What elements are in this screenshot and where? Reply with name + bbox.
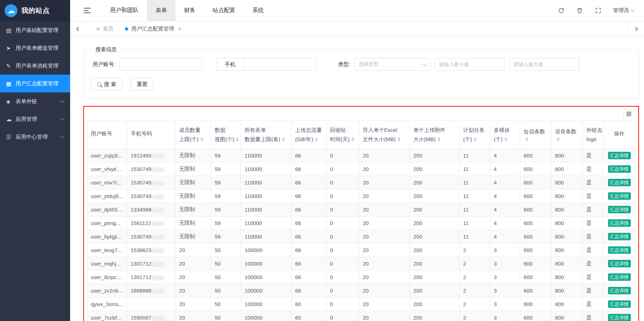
sort-carets-icon[interactable] [282, 137, 285, 141]
hamburger-icon[interactable] [84, 8, 91, 13]
sort-carets-icon[interactable] [315, 137, 318, 141]
sort-caret-up-icon [236, 137, 239, 139]
column-settings-button[interactable] [623, 109, 634, 118]
sidebar-item[interactable]: ☁ 应用管理 [0, 110, 70, 128]
column-header[interactable]: 用户账号 [87, 121, 127, 149]
column-header[interactable]: 语音条数 [551, 121, 583, 149]
reset-button[interactable]: 重置 [131, 78, 153, 91]
sidebar-item[interactable]: ☰ 应用中心管理 [0, 128, 70, 146]
column-header-line1: 单个上传附件 [413, 127, 456, 134]
trash-icon[interactable] [576, 7, 583, 14]
top-nav: 用户和团队 表单 财务 站点配置 系统 [101, 0, 272, 21]
column-header[interactable]: 导入单个Excel 文件大小(MB) [359, 121, 410, 149]
sort-carets-icon[interactable] [351, 137, 354, 141]
column-header[interactable]: 单个上传附件 大小(MB) [410, 121, 460, 149]
sort-carets-icon[interactable] [504, 137, 507, 141]
nav-item[interactable]: 站点配置 [204, 0, 244, 21]
sidebar-item[interactable]: ▦ 用户汇总配置管理 [0, 75, 70, 92]
column-header[interactable]: 多模块 (个) [490, 121, 520, 149]
column-header-line2: (个) [494, 136, 503, 143]
sidebar-item[interactable]: ✎ 用户表单消耗管理 [0, 57, 70, 75]
sidebar-item-label: 表单外链 [16, 98, 59, 105]
cell-excel-mb: 20 [359, 162, 410, 176]
table-row: user_ytduj8... 1530749 无限制 59 110000 66 … [87, 189, 635, 203]
summary-detail-button[interactable]: 汇总详情 [608, 219, 631, 227]
cell-account: user_8izpcv... [87, 271, 127, 284]
tab[interactable]: 首页 [91, 21, 119, 37]
cell-ext-logo: 是 [583, 244, 603, 257]
cell-action: 汇总详情 [603, 203, 635, 216]
sidebar-item-icon: ▦ [6, 80, 16, 87]
column-header[interactable]: 回收站 时间(天) [326, 121, 359, 149]
column-header[interactable]: 数据 视图(个) [211, 121, 241, 149]
summary-detail-button[interactable]: 汇总详情 [608, 192, 631, 200]
column-header[interactable]: 成员数量 上限(个) [176, 121, 211, 149]
cell-account: user_fq4gji... [87, 230, 127, 244]
summary-detail-button[interactable]: 汇总详情 [608, 165, 631, 173]
table-toolbar [87, 108, 635, 120]
summary-detail-button[interactable]: 汇总详情 [608, 233, 631, 240]
sort-carets-icon[interactable] [398, 137, 400, 141]
masked-text [152, 194, 164, 199]
sort-carets-icon[interactable] [557, 137, 560, 141]
summary-detail-button[interactable]: 汇总详情 [608, 246, 631, 254]
sort-caret-up-icon [315, 137, 318, 139]
sidebar-item[interactable]: ◈ 表单外链 [0, 92, 70, 110]
sort-carets-icon[interactable] [200, 137, 203, 141]
column-header[interactable]: 外链去 logo [583, 121, 603, 149]
nav-item[interactable]: 表单 [147, 0, 176, 21]
cell-sms: 600 [520, 216, 551, 230]
sort-caret-down-icon [525, 140, 528, 141]
cell-member-limit: 20 [176, 271, 211, 284]
summary-detail-button[interactable]: 汇总详情 [608, 206, 631, 213]
sort-carets-icon[interactable] [525, 137, 528, 141]
fullscreen-icon[interactable] [595, 7, 602, 14]
min-value-input[interactable] [435, 58, 505, 71]
phone-input[interactable] [243, 58, 316, 71]
cell-excel-mb: 20 [359, 189, 410, 203]
tabs-scroll-left-button[interactable] [70, 21, 86, 37]
summary-detail-button[interactable]: 汇总详情 [608, 260, 631, 267]
user-menu[interactable]: 管理员 [613, 7, 634, 14]
account-input[interactable] [120, 58, 202, 71]
column-header[interactable]: 操作 [603, 121, 635, 149]
sort-caret-down-icon [438, 140, 440, 141]
cell-ext-logo: 是 [583, 149, 603, 162]
cell-phone: 1334968 [127, 203, 176, 216]
refresh-icon[interactable] [557, 7, 565, 14]
sort-carets-icon[interactable] [438, 137, 440, 141]
summary-detail-button[interactable]: 汇总详情 [608, 300, 631, 308]
sort-carets-icon[interactable] [474, 137, 477, 141]
nav-item[interactable]: 财务 [176, 0, 204, 21]
summary-detail-button[interactable]: 汇总详情 [608, 152, 631, 159]
tab[interactable]: 用户汇总配置管理 × [119, 21, 187, 37]
summary-detail-button[interactable]: 汇总详情 [608, 273, 631, 281]
summary-detail-button[interactable]: 汇总详情 [608, 287, 631, 294]
max-value-input[interactable] [509, 58, 579, 71]
type-select[interactable]: 选择类型 [354, 58, 430, 71]
cell-phone: 1530749 [127, 230, 176, 244]
summary-detail-button[interactable]: 汇总详情 [608, 179, 631, 186]
cell-excel-mb: 20 [359, 176, 410, 189]
column-header[interactable]: 手机号码 [127, 121, 176, 149]
close-icon[interactable]: × [178, 26, 181, 32]
tabs-scroll-right-button[interactable] [628, 21, 644, 37]
cell-attach-mb: 200 [410, 216, 460, 230]
brand: ☁ 我的站点 [0, 0, 70, 21]
column-header[interactable]: 计划任务 (个) [460, 121, 490, 149]
nav-item[interactable]: 用户和团队 [101, 0, 147, 21]
sidebar-item[interactable]: ▤ 用户基础配置管理 [0, 21, 70, 39]
cell-member-limit: 20 [176, 298, 211, 311]
nav-item-label: 系统 [252, 7, 264, 14]
column-header[interactable]: 短信条数 [520, 121, 551, 149]
summary-detail-button[interactable]: 汇总详情 [608, 314, 631, 321]
search-button[interactable]: 搜 索 [91, 78, 122, 91]
sort-caret-up-icon [282, 137, 285, 139]
cell-modules: 4 [490, 149, 520, 162]
sort-carets-icon[interactable] [236, 137, 239, 141]
column-header[interactable]: 上传总流量 (GB/年) [292, 121, 326, 149]
column-header[interactable]: 所有表单 数据量上限(条) [241, 121, 292, 149]
nav-item[interactable]: 系统 [244, 0, 272, 21]
sidebar-item[interactable]: ➤ 用户表单赠送管理 [0, 39, 70, 57]
column-header-line2: (GB/年) [295, 136, 313, 143]
